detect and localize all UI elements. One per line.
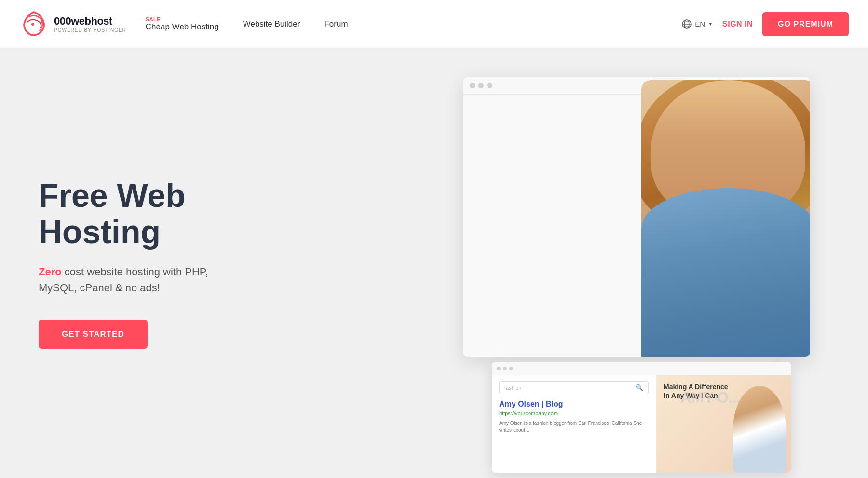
browser-secondary-left: fashion 🔍 Amy Olsen | Blog https://yourc… xyxy=(492,375,656,473)
blog-text-mock: Amy Olsen is a fashion blogger from San … xyxy=(499,420,649,434)
browser-dot-2 xyxy=(478,83,484,88)
browser-body-main xyxy=(463,95,810,357)
cheap-hosting-label: Cheap Web Hosting xyxy=(146,22,219,32)
logo-area[interactable]: 000webhost POWERED BY HOSTINGER xyxy=(19,10,126,39)
browser-main xyxy=(463,77,810,357)
logo-icon xyxy=(19,10,48,39)
browser-dot-sm-1 xyxy=(497,367,501,370)
search-text-mock: fashion xyxy=(504,385,636,391)
nav-website-builder[interactable]: Website Builder xyxy=(243,19,300,29)
lang-selector[interactable]: EN ▼ xyxy=(681,19,713,29)
get-started-button[interactable]: GET STARTED xyxy=(39,320,148,349)
logo-text: 000webhost POWERED BY HOSTINGER xyxy=(54,15,126,33)
lang-label: EN xyxy=(695,20,705,28)
woman-sm-body xyxy=(733,386,786,473)
jacket-layer xyxy=(641,188,810,357)
nav-forum[interactable]: Forum xyxy=(324,19,348,29)
logo-sub: POWERED BY HOSTINGER xyxy=(54,27,126,33)
blog-url-mock: https://yourcompany.com xyxy=(499,410,649,416)
zero-highlight: Zero xyxy=(39,266,62,278)
svg-point-0 xyxy=(31,23,34,26)
header-right: EN ▼ SIGN IN GO PREMIUM xyxy=(681,12,849,36)
search-icon-mock: 🔍 xyxy=(636,384,643,391)
browser-dot-sm-3 xyxy=(509,367,513,370)
search-bar-mock: fashion 🔍 xyxy=(499,381,649,394)
hero-section: Free Web Hosting Zero cost website hosti… xyxy=(0,48,868,478)
blog-title-mock: Amy Olsen | Blog xyxy=(499,400,649,409)
browser-bar-secondary xyxy=(492,362,791,375)
chevron-down-icon: ▼ xyxy=(708,21,713,27)
main-nav: SALE Cheap Web Hosting Website Builder F… xyxy=(146,16,681,32)
hero-visual: fashion 🔍 Amy Olsen | Blog https://yourc… xyxy=(463,63,868,473)
browser-dot-sm-2 xyxy=(503,367,507,370)
globe-icon xyxy=(681,19,692,29)
header: 000webhost POWERED BY HOSTINGER SALE Che… xyxy=(0,0,868,48)
sign-in-button[interactable]: SIGN IN xyxy=(722,20,753,28)
hero-description: Zero cost website hosting with PHP, MySQ… xyxy=(39,264,231,296)
woman-figure xyxy=(622,80,810,357)
hero-desc-rest: cost website hosting with PHP, MySQL, cP… xyxy=(39,266,208,294)
hero-content: Free Web Hosting Zero cost website hosti… xyxy=(0,178,270,349)
browser-secondary: fashion 🔍 Amy Olsen | Blog https://yourc… xyxy=(492,362,791,473)
nav-item-cheap-hosting[interactable]: SALE Cheap Web Hosting xyxy=(146,16,219,32)
browser-dot-1 xyxy=(470,83,475,88)
hero-title: Free Web Hosting xyxy=(39,178,231,250)
go-premium-button[interactable]: GO PREMIUM xyxy=(762,12,849,36)
browser-secondary-right: AMY O... Making A Difference In Any Way … xyxy=(656,375,791,473)
logo-name: 000webhost xyxy=(54,15,126,27)
woman-sm-figure xyxy=(733,386,791,473)
woman-body-shape xyxy=(641,80,810,357)
sale-label: SALE xyxy=(146,16,219,22)
browser-dot-3 xyxy=(487,83,492,88)
